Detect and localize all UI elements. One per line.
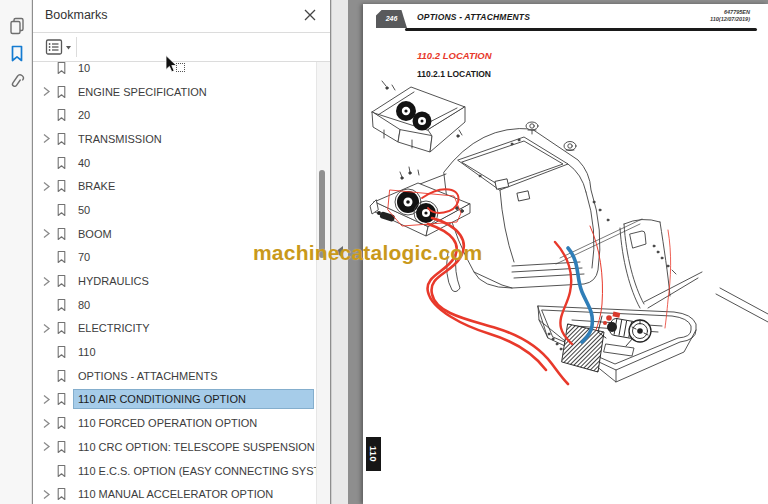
bookmark-item-label: ELECTRICITY: [74, 319, 313, 337]
bookmark-item[interactable]: BRAKE: [33, 174, 316, 198]
ac-location-diagram: [362, 80, 768, 504]
bookmark-item[interactable]: 80: [33, 293, 316, 317]
attachments-paperclip-icon[interactable]: [7, 72, 27, 92]
section-heading: 110.2 LOCATION: [417, 50, 492, 61]
bookmark-icon: [55, 464, 68, 478]
bookmark-item-label: 110: [74, 343, 313, 361]
bookmark-item-label: 20: [74, 106, 313, 124]
bookmark-icon: [55, 440, 68, 454]
bookmark-item-label: ENGINE SPECIFICATION: [74, 83, 313, 101]
bookmark-icon: [55, 274, 68, 288]
bookmark-icon: [55, 132, 68, 146]
bookmark-icon: [55, 62, 68, 75]
bookmark-icon: [55, 179, 68, 193]
bookmark-icon: [55, 416, 68, 430]
bookmark-item-label: 50: [74, 201, 313, 219]
chevron-right-icon[interactable]: [40, 322, 53, 335]
bookmark-item-label: 40: [74, 154, 313, 172]
page-thumbnails-icon[interactable]: [7, 16, 27, 36]
panel-title: Bookmarks: [45, 8, 108, 22]
bookmark-item[interactable]: ELECTRICITY: [33, 317, 316, 341]
watermark: machinecatalogic.com: [253, 241, 482, 265]
bookmarks-panel-icon[interactable]: [7, 44, 27, 64]
bookmark-item-label: 110 CRC OPTION: TELESCOPE SUSPENSION: [74, 438, 316, 456]
bookmark-list-inner: 10 ENGINE SPECIFICATION 20 TRANSMISSION: [33, 62, 316, 504]
chevron-right-icon[interactable]: [40, 393, 53, 406]
doc-ref-line2: 110(12/07/2019): [640, 16, 750, 23]
divider: [33, 32, 330, 33]
close-panel-icon[interactable]: [303, 8, 317, 22]
divider: [76, 37, 77, 57]
chevron-right-icon[interactable]: [40, 132, 53, 145]
bookmark-item-label: BOOM: [74, 225, 313, 243]
bookmark-item-label: 80: [74, 296, 313, 314]
chevron-right-icon[interactable]: [40, 488, 53, 501]
page-header-title: OPTIONS - ATTACHMENTS: [417, 12, 530, 22]
bookmark-item[interactable]: 20: [33, 103, 316, 127]
bookmark-item[interactable]: 110 FORCED OPERATION OPTION: [33, 411, 316, 435]
bookmark-item[interactable]: 50: [33, 198, 316, 222]
bookmark-icon: [55, 321, 68, 335]
chevron-right-icon[interactable]: [40, 85, 53, 98]
bookmark-item-label: 10: [74, 62, 313, 77]
bookmark-list: 10 ENGINE SPECIFICATION 20 TRANSMISSION: [33, 62, 316, 504]
bookmark-icon: [55, 298, 68, 312]
selection-marquee-icon: [176, 63, 185, 72]
bookmark-icon: [55, 203, 68, 217]
header-rule: [405, 28, 757, 31]
roof-evaporator-unit: [372, 81, 465, 152]
bookmark-item-label: HYDRAULICS: [74, 272, 313, 290]
bookmark-icon: [55, 156, 68, 170]
chevron-right-icon[interactable]: [40, 227, 53, 240]
chevron-right-icon[interactable]: [40, 275, 53, 288]
bookmark-icon: [55, 392, 68, 406]
bookmark-icon: [55, 227, 68, 241]
bookmark-item[interactable]: OPTIONS - ATTACHMENTS: [33, 364, 316, 388]
panel-scrollbar[interactable]: [316, 62, 330, 504]
chevron-right-icon[interactable]: [40, 417, 53, 430]
bookmark-item[interactable]: 110 MANUAL ACCELERATOR OPTION: [33, 482, 316, 504]
bookmark-item-label: BRAKE: [74, 177, 313, 195]
chapter-side-tab: 110: [366, 437, 381, 471]
bookmark-item[interactable]: ENGINE SPECIFICATION: [33, 80, 316, 104]
bookmark-item[interactable]: TRANSMISSION: [33, 127, 316, 151]
chevron-right-icon[interactable]: [40, 180, 53, 193]
subsection-heading: 110.2.1 LOCATION: [417, 69, 491, 79]
bookmark-icon: [55, 250, 68, 264]
bookmark-item-label: TRANSMISSION: [74, 130, 313, 148]
bookmark-icon: [55, 487, 68, 501]
bookmark-item[interactable]: 110 E.C.S. OPTION (EASY CONNECTING SYSTE…: [33, 459, 316, 483]
engine-bay-condenser-core: [562, 324, 604, 372]
bookmark-item-label: 110 FORCED OPERATION OPTION: [74, 414, 313, 432]
document-reference: 647795EN 110(12/07/2019): [640, 9, 750, 22]
bookmark-item[interactable]: 110 CRC OPTION: TELESCOPE SUSPENSION: [33, 435, 316, 459]
bookmark-item[interactable]: 40: [33, 151, 316, 175]
bookmark-icon: [55, 108, 68, 122]
bookmark-item-label: 110 MANUAL ACCELERATOR OPTION: [74, 485, 313, 503]
bookmark-item[interactable]: 110 AIR CONDITIONING OPTION: [33, 388, 316, 412]
tool-rail: [0, 0, 32, 504]
bookmark-item[interactable]: HYDRAULICS: [33, 269, 316, 293]
bookmark-item-label: OPTIONS - ATTACHMENTS: [74, 367, 313, 385]
bookmark-item[interactable]: 110: [33, 340, 316, 364]
bookmark-icon: [55, 85, 68, 99]
bookmark-icon: [55, 369, 68, 383]
bookmark-item-label: 110 E.C.S. OPTION (EASY CONNECTING SYSTE…: [74, 462, 316, 480]
bookmark-item-label: 110 AIR CONDITIONING OPTION: [74, 390, 313, 408]
chevron-right-icon[interactable]: [40, 440, 53, 453]
bookmark-options-icon[interactable]: [45, 38, 75, 57]
bookmark-icon: [55, 345, 68, 359]
